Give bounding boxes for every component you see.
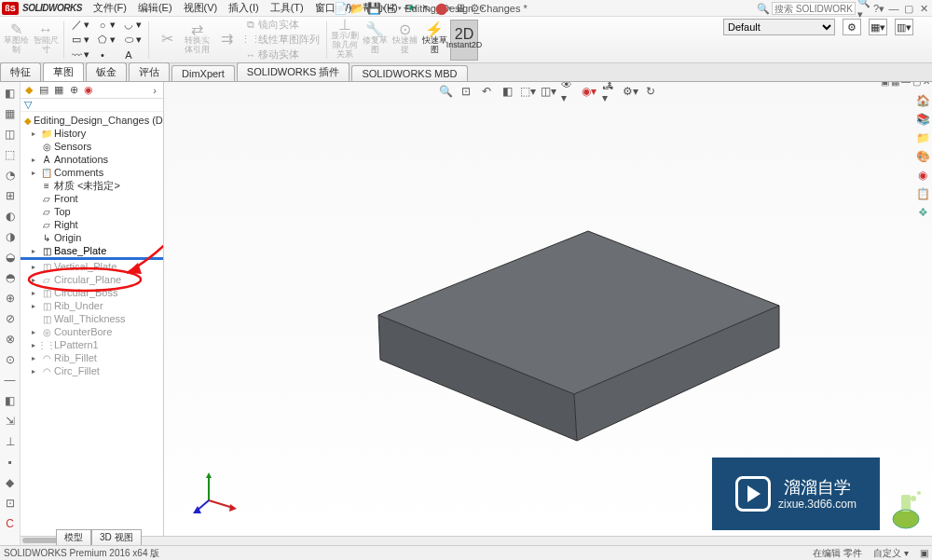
lic-5[interactable]: ◔ xyxy=(3,168,18,183)
appearances-icon[interactable]: ◉ xyxy=(915,168,930,183)
zoom-area-icon[interactable]: ⊡ xyxy=(459,84,473,99)
mirror-entities[interactable]: ⧉镜向实体 xyxy=(242,19,322,32)
lic-10[interactable]: ◓ xyxy=(3,270,18,285)
tree-circular-boss[interactable]: ▸◫Circular_Boss xyxy=(21,286,163,299)
tree-tab-feature[interactable]: ◆ xyxy=(22,84,35,97)
tab-sw-mbd[interactable]: SOLIDWORKS MBD xyxy=(351,65,467,81)
undo-icon[interactable]: ↶ xyxy=(403,1,418,16)
options-icon[interactable]: 🖥 xyxy=(453,1,468,16)
save-icon[interactable]: 💾 xyxy=(369,1,384,16)
tree-lpattern1[interactable]: ▸⋮⋮LPattern1 xyxy=(21,338,163,351)
lic-6[interactable]: ⊞ xyxy=(3,188,18,203)
tree-tab-props[interactable]: ▦ xyxy=(52,84,65,97)
tab-sketch[interactable]: 草图 xyxy=(43,62,84,81)
lic-12[interactable]: ⊘ xyxy=(3,311,18,326)
tree-origin[interactable]: ↳Origin xyxy=(21,231,163,244)
display-style-icon[interactable]: ◫▾ xyxy=(541,84,555,99)
vp-split-icon[interactable]: ▦ xyxy=(891,82,899,87)
select-icon[interactable]: ↖ xyxy=(419,1,434,16)
tree-front-plane[interactable]: ▱Front xyxy=(21,192,163,205)
convert-entities-button[interactable]: ⇄转换实 体引用 xyxy=(183,20,211,61)
restore-icon[interactable]: ▢ xyxy=(902,2,915,15)
tree-comments[interactable]: ▸📋Comments xyxy=(21,166,163,179)
ellipse-tool[interactable]: ⬭▾ xyxy=(120,34,144,47)
tree-rib-fillet[interactable]: ▸◠Rib_Fillet xyxy=(21,351,163,364)
tab-evaluate[interactable]: 评估 xyxy=(129,62,170,81)
lic-19[interactable]: ▪ xyxy=(3,455,18,470)
vp-tile-icon[interactable]: ▣ xyxy=(881,82,889,87)
file-explorer-icon[interactable]: 📁 xyxy=(915,130,930,145)
section-view-icon[interactable]: ◧ xyxy=(500,84,514,99)
menu-view[interactable]: 视图(V) xyxy=(178,1,224,15)
circle-tool[interactable]: ○▾ xyxy=(94,19,118,32)
tree-vertical-plate[interactable]: ▸◫Vertical_Plate xyxy=(21,260,163,273)
lic-18[interactable]: ⊥ xyxy=(3,434,18,449)
rapid-sketch-button[interactable]: ⚡快速草图 xyxy=(420,20,448,61)
search-input[interactable] xyxy=(772,2,856,15)
search-dropdown[interactable]: 🔍▾ xyxy=(857,2,870,15)
menu-file[interactable]: 文件(F) xyxy=(88,1,132,15)
tree-sensors[interactable]: ◎Sensors xyxy=(21,140,163,153)
lic-20[interactable]: ◆ xyxy=(3,475,18,490)
tree-annotations[interactable]: ▸AAnnotations xyxy=(21,153,163,166)
lic-7[interactable]: ◐ xyxy=(3,209,18,224)
menu-insert[interactable]: 插入(I) xyxy=(223,1,264,15)
spline-tool[interactable]: 〰▾ xyxy=(68,48,92,61)
menu-edit[interactable]: 编辑(E) xyxy=(132,1,178,15)
tree-material[interactable]: ≡材质 <未指定> xyxy=(21,179,163,192)
menu-tools[interactable]: 工具(T) xyxy=(265,1,309,15)
hide-show-icon[interactable]: 👁▾ xyxy=(561,84,576,99)
view-triad[interactable] xyxy=(192,471,239,517)
smart-dimension-button[interactable]: ↔智能尺 寸 xyxy=(32,20,60,61)
scrollbar-thumb[interactable] xyxy=(22,538,60,543)
trim-button[interactable]: ✂ xyxy=(153,20,181,61)
tree-top-plane[interactable]: ▱Top xyxy=(21,205,163,218)
lic-8[interactable]: ◑ xyxy=(3,229,18,244)
point-tool[interactable]: • xyxy=(94,48,118,61)
vp-min-icon[interactable]: — xyxy=(901,82,911,87)
vp-max-icon[interactable]: ▢ xyxy=(912,82,921,87)
lic-1[interactable]: ◧ xyxy=(3,86,18,101)
minimize-icon[interactable]: — xyxy=(887,2,900,15)
lic-14[interactable]: ⊙ xyxy=(3,352,18,367)
sw-resources-icon[interactable]: 🏠 xyxy=(915,93,930,108)
open-icon[interactable]: 📂 xyxy=(352,1,367,16)
search-icon[interactable]: 🔍 xyxy=(757,2,770,15)
tree-root[interactable]: ◆Editing_Design_Changes (Default<<D xyxy=(21,114,163,127)
tree-expand-icon[interactable]: › xyxy=(148,84,161,97)
tab-sw-addins[interactable]: SOLIDWORKS 插件 xyxy=(237,62,350,81)
lic-4[interactable]: ⬚ xyxy=(3,147,18,162)
lic-2[interactable]: ▦ xyxy=(3,106,18,121)
repair-sketch-button[interactable]: 🔧修复草图 xyxy=(361,20,389,61)
view-palette-icon[interactable]: 🎨 xyxy=(915,149,930,164)
quick-snap-button[interactable]: ⊙快速捕捉 xyxy=(391,20,418,61)
tab-model-view[interactable]: 模型 xyxy=(56,529,91,545)
custom-props-icon[interactable]: 📋 xyxy=(915,186,930,201)
settings-icon[interactable]: ⚙ xyxy=(470,1,485,16)
close-icon[interactable]: ✕ xyxy=(917,2,930,15)
tab-3d-view[interactable]: 3D 视图 xyxy=(91,529,142,545)
lic-21[interactable]: ⊡ xyxy=(3,496,18,511)
text-tool[interactable]: A xyxy=(120,48,144,61)
rotate-icon[interactable]: ↻ xyxy=(643,84,658,99)
tree-circ-fillet[interactable]: ▸◠Circ_Fillet xyxy=(21,364,163,377)
move-entities[interactable]: ↔移动实体 xyxy=(242,48,322,61)
appearance-icon[interactable]: ◉▾ xyxy=(582,84,596,99)
tree-tab-display[interactable]: ⊕ xyxy=(67,84,80,97)
scene-icon[interactable]: 🏞▾ xyxy=(602,84,617,99)
lic-13[interactable]: ⊗ xyxy=(3,332,18,347)
tree-tab-config[interactable]: ▤ xyxy=(37,84,50,97)
status-unit-icon[interactable]: ▣ xyxy=(920,548,928,558)
horizontal-scrollbar[interactable] xyxy=(21,536,932,545)
lic-9[interactable]: ◒ xyxy=(3,250,18,265)
config-btn-2[interactable]: ▦▾ xyxy=(869,19,887,35)
view-settings-icon[interactable]: ⚙▾ xyxy=(623,84,637,99)
tab-dimxpert[interactable]: DimXpert xyxy=(171,65,235,81)
rebuild-icon[interactable]: ⬤ xyxy=(436,1,451,16)
tree-counterbore[interactable]: ▸◎CounterBore xyxy=(21,325,163,338)
design-library-icon[interactable]: 📚 xyxy=(915,112,930,127)
line-tool[interactable]: ／▾ xyxy=(68,19,92,32)
linear-pattern[interactable]: ⋮⋮线性草图阵列 xyxy=(242,34,322,47)
tree-filter-icon[interactable]: ▽ xyxy=(21,99,163,112)
forum-icon[interactable]: ❖ xyxy=(915,205,930,220)
